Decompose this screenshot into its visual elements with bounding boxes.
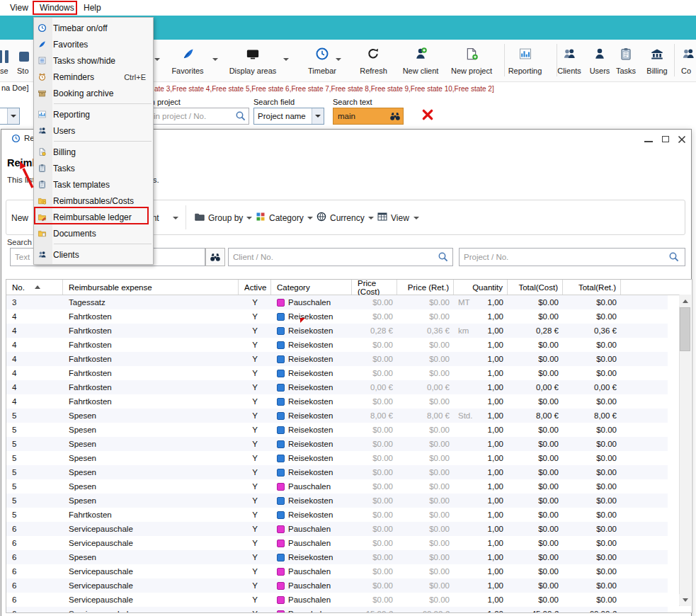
new-client-button[interactable]: New client xyxy=(400,67,441,75)
chevron-down-icon[interactable] xyxy=(173,217,178,219)
refresh-button[interactable]: Refresh xyxy=(354,67,393,75)
chevron-down-icon[interactable] xyxy=(312,108,324,124)
menu-item-clients[interactable]: Clients xyxy=(34,246,153,263)
menu-help[interactable]: Help xyxy=(84,3,101,13)
menu-item-reporting[interactable]: Reporting xyxy=(34,106,153,122)
header-no[interactable]: No. xyxy=(6,280,63,295)
category-icon xyxy=(277,384,285,392)
view-button[interactable]: View xyxy=(391,213,409,223)
cell-total-ret: $0.00 xyxy=(563,309,621,324)
group-by-button[interactable]: Group by xyxy=(208,213,243,223)
chevron-down-icon[interactable] xyxy=(336,58,341,61)
table-row[interactable]: 4FahrtkostenYReisekosten0,00 €0,00 €1,00… xyxy=(6,380,668,394)
chevron-down-icon[interactable] xyxy=(307,217,313,219)
header-active[interactable]: Active xyxy=(239,280,271,295)
table-row[interactable]: 4FahrtkostenYReisekosten$0.00$0.001,00$0… xyxy=(6,338,668,352)
stop-button[interactable]: Sto xyxy=(17,67,29,75)
cell-price-ret: 8,00 € xyxy=(397,409,454,423)
new-button[interactable]: New xyxy=(11,213,28,223)
new-project-button[interactable]: New project xyxy=(449,67,494,75)
contacts-button[interactable]: Co xyxy=(681,67,691,75)
favorites-button[interactable]: Favorites xyxy=(166,67,209,75)
header-price-cost[interactable]: Price (Cost) xyxy=(352,280,397,295)
table-row[interactable]: 6ServicepauschaleYPauschalen$0.00$0.001,… xyxy=(6,564,668,578)
users-button[interactable]: Users xyxy=(586,67,614,75)
table-row[interactable]: 5SpesenYReisekosten$0.00$0.001,00$0.00$0… xyxy=(6,494,668,508)
table-row[interactable]: 4FahrtkostenYReisekosten0,28 €0,36 €km1,… xyxy=(6,324,668,338)
display-areas-button[interactable]: Display areas xyxy=(227,67,279,75)
cell-total-cost: $0.00 xyxy=(508,578,563,593)
project-search-input[interactable] xyxy=(459,248,685,266)
table-row[interactable]: 3TagessatzYPauschalen$0.00$0.00MT1,00$0.… xyxy=(6,295,668,309)
cell-price-cost: $0.00 xyxy=(352,295,397,309)
table-row[interactable]: 5SpesenYReisekosten$0.00$0.001,00$0.00$0… xyxy=(6,437,668,451)
scroll-down-button[interactable] xyxy=(679,594,691,605)
table-row[interactable]: 4FahrtkostenYReisekosten$0.00$0.001,00$0… xyxy=(6,394,668,409)
table-row[interactable]: 4FahrtkostenYReisekosten$0.00$0.001,00$0… xyxy=(6,352,668,366)
cell-total-ret: $0.00 xyxy=(563,465,621,479)
search-field-dropdown[interactable]: Project name xyxy=(253,108,324,125)
chevron-down-icon[interactable] xyxy=(368,217,374,219)
scroll-up-button[interactable] xyxy=(679,295,691,307)
menu-item-timebar[interactable]: Timebar on/off xyxy=(34,20,153,36)
menu-item-booking-archive[interactable]: Booking archive xyxy=(34,85,153,101)
table-row[interactable]: 6ServicepauschaleYPauschalen$0.00$0.001,… xyxy=(6,578,668,593)
client-search-input[interactable] xyxy=(228,248,453,266)
minimize-button[interactable] xyxy=(644,141,653,142)
menu-item-tasks-show-hide[interactable]: Tasks show/hide xyxy=(34,52,153,69)
table-row[interactable]: 5SpesenYReisekosten8,00 €8,00 €Std.1,008… xyxy=(6,409,668,423)
reporting-button[interactable]: Reporting xyxy=(505,67,545,75)
table-row[interactable]: 5SpesenYPauschalen$0.00$0.001,00$0.00$0.… xyxy=(6,479,668,494)
billing-button[interactable]: Billing xyxy=(641,67,673,75)
tasks-button[interactable]: Tasks xyxy=(612,67,639,75)
clear-search-button[interactable] xyxy=(421,108,434,121)
chevron-down-icon[interactable] xyxy=(212,58,218,61)
table-row[interactable]: 5SpesenYReisekosten$0.00$0.001,00$0.00$0… xyxy=(6,465,668,479)
table-row[interactable]: 5SpesenYReisekosten$0.00$0.001,00$0.00$0… xyxy=(6,451,668,465)
header-category[interactable]: Category xyxy=(271,280,352,295)
header-price-ret[interactable]: Price (Ret.) xyxy=(397,280,454,295)
binoculars-icon[interactable] xyxy=(389,110,401,122)
close-button[interactable] xyxy=(678,135,686,144)
table-row[interactable]: 6SpesenYReisekosten$0.00$0.001,00$0.00$0… xyxy=(6,550,668,564)
table-row[interactable]: 5SpesenYReisekosten$0.00$0.001,00$0.00$0… xyxy=(6,423,668,437)
menu-item-documents[interactable]: Documents xyxy=(34,225,153,241)
chevron-down-icon[interactable] xyxy=(413,217,419,219)
cell-active: Y xyxy=(239,309,271,324)
cell-active: Y xyxy=(239,451,271,465)
search-icon[interactable] xyxy=(235,110,246,122)
header-total-cost[interactable]: Total(Cost) xyxy=(508,280,563,295)
search-icon[interactable] xyxy=(438,251,449,263)
menu-view[interactable]: View xyxy=(10,3,28,13)
table-row[interactable]: 4FahrtkostenYReisekosten$0.00$0.001,00$0… xyxy=(6,309,668,324)
maximize-button[interactable] xyxy=(662,136,669,142)
search-text-input[interactable]: main xyxy=(333,108,404,125)
pause-button[interactable]: se xyxy=(0,67,8,75)
table-row[interactable]: 6ServicepauschaleYPauschalen15,00 €60,00… xyxy=(6,607,668,613)
left-filter-combobox[interactable] xyxy=(0,108,20,125)
menu-item-users[interactable]: Users xyxy=(34,122,153,139)
cell-unit xyxy=(454,593,479,607)
category-button[interactable]: Category xyxy=(269,213,304,223)
chevron-down-icon[interactable] xyxy=(154,58,160,61)
clients-button[interactable]: Clients xyxy=(553,67,586,75)
header-expense[interactable]: Reimbursable expense xyxy=(63,280,239,295)
header-total-ret[interactable]: Total(Ret.) xyxy=(563,280,621,295)
search-icon[interactable] xyxy=(668,251,680,263)
table-row[interactable]: 5FahrtkostenYReisekosten$0.00$0.001,00$0… xyxy=(6,508,668,522)
chevron-down-icon[interactable] xyxy=(283,58,289,61)
table-row[interactable]: 6ServicepauschaleYPauschalen$0.00$0.001,… xyxy=(6,536,668,550)
menu-item-reminders[interactable]: RemindersCtrl+E xyxy=(34,69,153,85)
binoculars-search-button[interactable] xyxy=(205,248,225,266)
main-project-search-input[interactable] xyxy=(137,108,249,125)
chevron-down-icon[interactable] xyxy=(7,108,19,124)
currency-button[interactable]: Currency xyxy=(330,213,365,223)
table-row[interactable]: 6ServicepauschaleYPauschalen$0.00$0.001,… xyxy=(6,593,668,607)
scrollbar-thumb[interactable] xyxy=(680,307,690,351)
chevron-down-icon[interactable] xyxy=(246,217,252,219)
table-row[interactable]: 4FahrtkostenYReisekosten$0.00$0.001,00$0… xyxy=(6,366,668,380)
table-row[interactable]: 6ServicepauschaleYPauschalen$0.00$0.001,… xyxy=(6,522,668,536)
header-quantity[interactable]: Quantity xyxy=(454,280,508,295)
menu-item-favorites[interactable]: Favorites xyxy=(34,36,153,52)
timebar-button[interactable]: Timebar xyxy=(301,67,343,75)
